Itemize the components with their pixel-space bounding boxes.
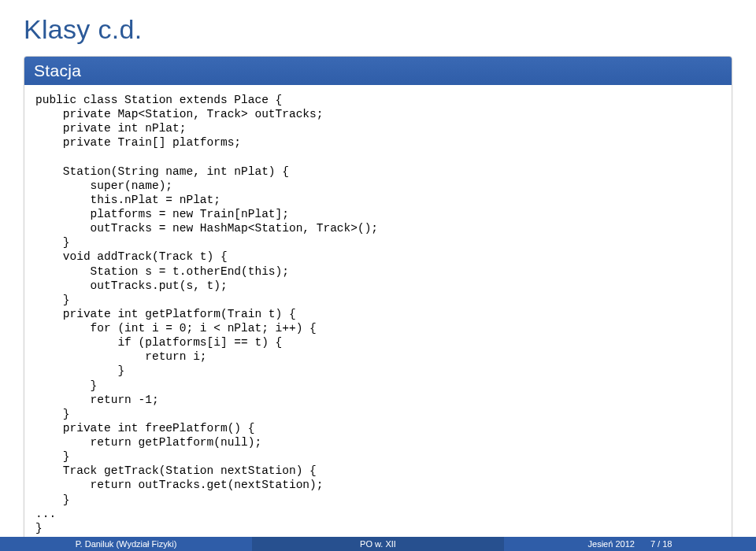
footer-right: Jesień 2012 7 / 18 <box>504 537 756 551</box>
code-block: Stacja public class Station extends Plac… <box>24 56 732 545</box>
footer-page: 7 / 18 <box>650 539 673 549</box>
code-content: public class Station extends Place { pri… <box>24 85 732 545</box>
footer: P. Daniluk (Wydział Fizyki) PO w. XII Je… <box>0 537 756 551</box>
slide-title: Klasy c.d. <box>24 14 732 45</box>
footer-author: P. Daniluk (Wydział Fizyki) <box>0 537 252 551</box>
footer-term: Jesień 2012 <box>588 539 635 549</box>
block-heading: Stacja <box>24 57 732 85</box>
slide: Klasy c.d. Stacja public class Station e… <box>0 0 756 551</box>
footer-center: PO w. XII <box>252 537 504 551</box>
